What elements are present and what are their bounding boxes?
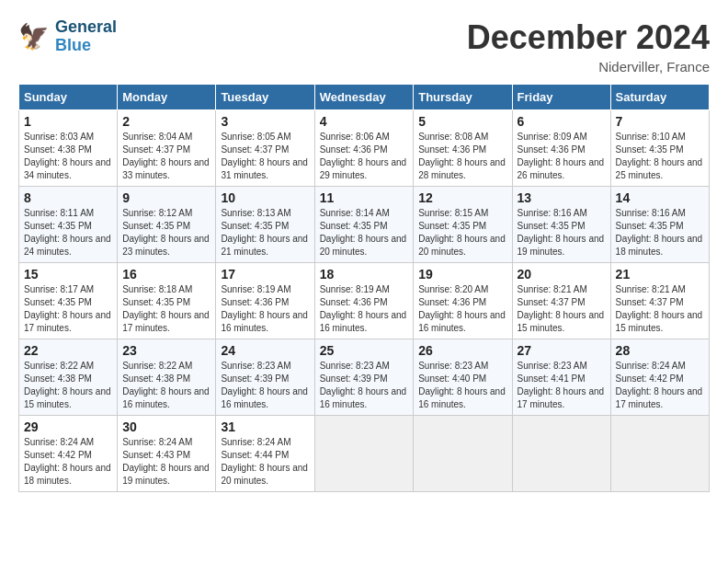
col-monday: Monday bbox=[118, 85, 216, 110]
day-number: 17 bbox=[221, 267, 309, 282]
day-info: Sunrise: 8:23 AMSunset: 4:39 PMDaylight:… bbox=[320, 361, 407, 409]
table-row: 13 Sunrise: 8:16 AMSunset: 4:35 PMDaylig… bbox=[512, 187, 610, 263]
table-row: 22 Sunrise: 8:22 AMSunset: 4:38 PMDaylig… bbox=[19, 339, 118, 416]
day-info: Sunrise: 8:06 AMSunset: 4:36 PMDaylight:… bbox=[320, 132, 407, 180]
day-info: Sunrise: 8:16 AMSunset: 4:35 PMDaylight:… bbox=[518, 208, 605, 257]
day-info: Sunrise: 8:08 AMSunset: 4:36 PMDaylight:… bbox=[418, 132, 506, 180]
day-info: Sunrise: 8:22 AMSunset: 4:38 PMDaylight:… bbox=[24, 361, 111, 409]
table-row: 20 Sunrise: 8:21 AMSunset: 4:37 PMDaylig… bbox=[512, 263, 610, 339]
empty-cell bbox=[414, 416, 512, 492]
table-row: 8 Sunrise: 8:11 AMSunset: 4:35 PMDayligh… bbox=[19, 187, 118, 263]
day-number: 21 bbox=[616, 267, 704, 282]
day-number: 18 bbox=[320, 267, 409, 282]
day-number: 13 bbox=[518, 190, 606, 205]
day-info: Sunrise: 8:22 AMSunset: 4:38 PMDaylight:… bbox=[122, 361, 210, 409]
day-info: Sunrise: 8:05 AMSunset: 4:37 PMDaylight:… bbox=[221, 132, 308, 180]
table-row: 17 Sunrise: 8:19 AMSunset: 4:36 PMDaylig… bbox=[216, 263, 314, 339]
day-info: Sunrise: 8:21 AMSunset: 4:37 PMDaylight:… bbox=[518, 284, 605, 333]
table-row: 21 Sunrise: 8:21 AMSunset: 4:37 PMDaylig… bbox=[610, 263, 709, 339]
calendar-week-row: 15 Sunrise: 8:17 AMSunset: 4:35 PMDaylig… bbox=[19, 263, 710, 339]
empty-cell bbox=[512, 416, 610, 492]
empty-cell bbox=[610, 416, 709, 492]
table-row: 3 Sunrise: 8:05 AMSunset: 4:37 PMDayligh… bbox=[216, 110, 314, 187]
table-row: 25 Sunrise: 8:23 AMSunset: 4:39 PMDaylig… bbox=[314, 339, 414, 416]
empty-cell bbox=[314, 416, 414, 492]
day-info: Sunrise: 8:24 AMSunset: 4:44 PMDaylight:… bbox=[221, 437, 308, 486]
logo-bird-icon: 🦅 bbox=[18, 20, 51, 53]
day-info: Sunrise: 8:10 AMSunset: 4:35 PMDaylight:… bbox=[616, 132, 703, 180]
logo: 🦅 General Blue bbox=[18, 18, 117, 55]
day-number: 30 bbox=[122, 419, 210, 434]
col-saturday: Saturday bbox=[610, 85, 709, 110]
day-number: 8 bbox=[24, 190, 112, 205]
table-row: 2 Sunrise: 8:04 AMSunset: 4:37 PMDayligh… bbox=[118, 110, 216, 187]
day-number: 27 bbox=[518, 343, 606, 358]
calendar-header-row: Sunday Monday Tuesday Wednesday Thursday… bbox=[19, 85, 710, 110]
day-info: Sunrise: 8:24 AMSunset: 4:43 PMDaylight:… bbox=[122, 437, 210, 486]
day-info: Sunrise: 8:20 AMSunset: 4:36 PMDaylight:… bbox=[418, 284, 506, 333]
day-info: Sunrise: 8:19 AMSunset: 4:36 PMDaylight:… bbox=[320, 284, 407, 333]
calendar-week-row: 29 Sunrise: 8:24 AMSunset: 4:42 PMDaylig… bbox=[19, 416, 710, 492]
day-number: 4 bbox=[320, 114, 409, 129]
day-info: Sunrise: 8:11 AMSunset: 4:35 PMDaylight:… bbox=[24, 208, 111, 257]
table-row: 11 Sunrise: 8:14 AMSunset: 4:35 PMDaylig… bbox=[314, 187, 414, 263]
table-row: 23 Sunrise: 8:22 AMSunset: 4:38 PMDaylig… bbox=[118, 339, 216, 416]
day-number: 28 bbox=[616, 343, 704, 358]
table-row: 6 Sunrise: 8:09 AMSunset: 4:36 PMDayligh… bbox=[512, 110, 610, 187]
title-area: December 2024 Niderviller, France bbox=[467, 18, 710, 75]
day-info: Sunrise: 8:15 AMSunset: 4:35 PMDaylight:… bbox=[418, 208, 506, 257]
day-number: 9 bbox=[122, 190, 210, 205]
svg-text:🦅: 🦅 bbox=[18, 21, 50, 52]
day-number: 12 bbox=[418, 190, 506, 205]
calendar-week-row: 8 Sunrise: 8:11 AMSunset: 4:35 PMDayligh… bbox=[19, 187, 710, 263]
table-row: 5 Sunrise: 8:08 AMSunset: 4:36 PMDayligh… bbox=[414, 110, 512, 187]
table-row: 30 Sunrise: 8:24 AMSunset: 4:43 PMDaylig… bbox=[118, 416, 216, 492]
col-wednesday: Wednesday bbox=[314, 85, 414, 110]
day-number: 14 bbox=[616, 190, 704, 205]
day-number: 24 bbox=[221, 343, 309, 358]
day-info: Sunrise: 8:23 AMSunset: 4:41 PMDaylight:… bbox=[518, 361, 605, 409]
day-info: Sunrise: 8:03 AMSunset: 4:38 PMDaylight:… bbox=[24, 132, 111, 180]
day-number: 1 bbox=[24, 114, 112, 129]
day-info: Sunrise: 8:12 AMSunset: 4:35 PMDaylight:… bbox=[122, 208, 210, 257]
col-friday: Friday bbox=[512, 85, 610, 110]
table-row: 24 Sunrise: 8:23 AMSunset: 4:39 PMDaylig… bbox=[216, 339, 314, 416]
day-number: 26 bbox=[418, 343, 506, 358]
day-info: Sunrise: 8:23 AMSunset: 4:40 PMDaylight:… bbox=[418, 361, 506, 409]
logo-general-text: General bbox=[55, 18, 117, 37]
day-number: 25 bbox=[320, 343, 409, 358]
day-number: 5 bbox=[418, 114, 506, 129]
day-number: 11 bbox=[320, 190, 409, 205]
day-info: Sunrise: 8:21 AMSunset: 4:37 PMDaylight:… bbox=[616, 284, 703, 333]
calendar-week-row: 22 Sunrise: 8:22 AMSunset: 4:38 PMDaylig… bbox=[19, 339, 710, 416]
day-info: Sunrise: 8:18 AMSunset: 4:35 PMDaylight:… bbox=[122, 284, 210, 333]
table-row: 18 Sunrise: 8:19 AMSunset: 4:36 PMDaylig… bbox=[314, 263, 414, 339]
table-row: 14 Sunrise: 8:16 AMSunset: 4:35 PMDaylig… bbox=[610, 187, 709, 263]
table-row: 26 Sunrise: 8:23 AMSunset: 4:40 PMDaylig… bbox=[414, 339, 512, 416]
day-info: Sunrise: 8:13 AMSunset: 4:35 PMDaylight:… bbox=[221, 208, 308, 257]
day-number: 2 bbox=[122, 114, 210, 129]
day-number: 29 bbox=[24, 419, 112, 434]
table-row: 29 Sunrise: 8:24 AMSunset: 4:42 PMDaylig… bbox=[19, 416, 118, 492]
day-number: 3 bbox=[221, 114, 309, 129]
day-number: 31 bbox=[221, 419, 309, 434]
calendar-week-row: 1 Sunrise: 8:03 AMSunset: 4:38 PMDayligh… bbox=[19, 110, 710, 187]
table-row: 19 Sunrise: 8:20 AMSunset: 4:36 PMDaylig… bbox=[414, 263, 512, 339]
month-title: December 2024 bbox=[467, 18, 710, 57]
table-row: 7 Sunrise: 8:10 AMSunset: 4:35 PMDayligh… bbox=[610, 110, 709, 187]
day-info: Sunrise: 8:17 AMSunset: 4:35 PMDaylight:… bbox=[24, 284, 111, 333]
table-row: 15 Sunrise: 8:17 AMSunset: 4:35 PMDaylig… bbox=[19, 263, 118, 339]
day-number: 7 bbox=[616, 114, 704, 129]
table-row: 27 Sunrise: 8:23 AMSunset: 4:41 PMDaylig… bbox=[512, 339, 610, 416]
table-row: 16 Sunrise: 8:18 AMSunset: 4:35 PMDaylig… bbox=[118, 263, 216, 339]
page-header: 🦅 General Blue December 2024 Niderviller… bbox=[18, 18, 710, 75]
col-sunday: Sunday bbox=[19, 85, 118, 110]
table-row: 4 Sunrise: 8:06 AMSunset: 4:36 PMDayligh… bbox=[314, 110, 414, 187]
table-row: 10 Sunrise: 8:13 AMSunset: 4:35 PMDaylig… bbox=[216, 187, 314, 263]
day-number: 6 bbox=[518, 114, 606, 129]
day-number: 16 bbox=[122, 267, 210, 282]
day-number: 22 bbox=[24, 343, 112, 358]
day-number: 23 bbox=[122, 343, 210, 358]
day-number: 20 bbox=[518, 267, 606, 282]
table-row: 28 Sunrise: 8:24 AMSunset: 4:42 PMDaylig… bbox=[610, 339, 709, 416]
